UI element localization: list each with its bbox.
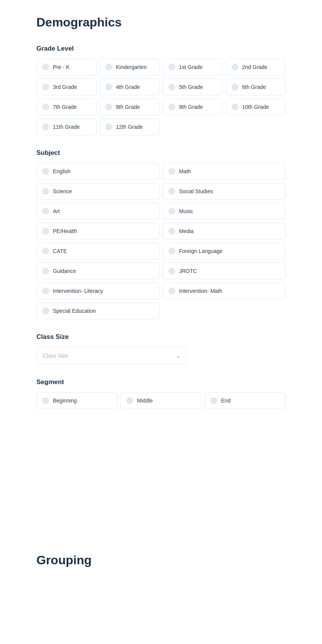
grade-option[interactable]: 1st Grade: [163, 59, 223, 76]
radio-circle: [42, 104, 49, 110]
subject-option[interactable]: Intervention- Literacy: [36, 283, 159, 299]
radio-label: CATE: [53, 248, 67, 254]
class-size-title: Class Size: [36, 333, 286, 341]
radio-circle: [105, 104, 112, 110]
radio-circle: [168, 248, 175, 255]
grade-option[interactable]: 10th Grade: [226, 99, 286, 115]
subject-option[interactable]: Math: [163, 163, 286, 180]
radio-label: 1st Grade: [179, 64, 202, 70]
radio-label: Kindergarten: [116, 64, 147, 70]
radio-label: PE/Health: [53, 228, 77, 234]
grade-option[interactable]: Kindergarten: [100, 59, 160, 76]
radio-label: 4th Grade: [116, 84, 140, 90]
grade-option[interactable]: Pre - K: [36, 59, 97, 76]
radio-label: English: [53, 168, 71, 174]
radio-circle: [232, 64, 238, 71]
segment-grid: BeginningMiddleEnd: [36, 392, 286, 409]
subject-option[interactable]: Foreign Language: [163, 243, 286, 260]
subject-option[interactable]: JROTC: [163, 263, 286, 279]
radio-circle: [42, 248, 49, 255]
radio-circle: [42, 168, 49, 175]
grade-option[interactable]: 4th Grade: [100, 79, 160, 95]
radio-label: 12th Grade: [116, 124, 143, 130]
segment-option[interactable]: Middle: [120, 392, 201, 409]
class-size-section: Class Size Class Size Small (1-15)Medium…: [36, 333, 286, 365]
radio-label: Math: [179, 168, 191, 174]
radio-circle: [168, 208, 175, 215]
grade-option[interactable]: 5th Grade: [163, 79, 223, 95]
radio-circle: [232, 84, 238, 90]
radio-circle: [168, 228, 175, 235]
radio-label: Music: [179, 208, 193, 214]
radio-circle: [42, 188, 49, 195]
radio-circle: [42, 84, 49, 90]
subject-option[interactable]: English: [36, 163, 159, 180]
radio-label: Pre - K: [53, 64, 70, 70]
subject-title: Subject: [36, 149, 286, 157]
radio-label: 11th Grade: [53, 124, 80, 130]
grade-level-section: Grade Level Pre - KKindergarten1st Grade…: [36, 45, 286, 135]
radio-label: Media: [179, 228, 194, 234]
grade-option[interactable]: 3rd Grade: [36, 79, 97, 95]
subject-option[interactable]: CATE: [36, 243, 159, 260]
radio-circle: [42, 288, 49, 294]
radio-label: Guidance: [53, 268, 76, 274]
radio-circle: [126, 397, 133, 404]
radio-label: JROTC: [179, 268, 197, 274]
subject-option[interactable]: Guidance: [36, 263, 159, 279]
radio-label: Art: [53, 208, 60, 214]
page-title: Demographics: [36, 15, 286, 30]
radio-label: Beginning: [53, 398, 77, 404]
radio-label: 3rd Grade: [53, 84, 77, 90]
subject-option[interactable]: Science: [36, 183, 159, 200]
radio-label: End: [221, 398, 231, 404]
radio-label: Social Studies: [179, 188, 213, 194]
radio-label: Special Education: [53, 308, 96, 314]
class-size-dropdown-wrapper: Class Size Small (1-15)Medium (16-25)Lar…: [36, 347, 186, 365]
subject-option[interactable]: Media: [163, 223, 286, 240]
subject-option[interactable]: Special Education: [36, 302, 159, 319]
class-size-select[interactable]: Class Size Small (1-15)Medium (16-25)Lar…: [36, 347, 186, 365]
radio-label: Intervention- Math: [179, 288, 222, 294]
subject-option[interactable]: Music: [163, 203, 286, 220]
subject-option[interactable]: PE/Health: [36, 223, 159, 240]
radio-circle: [232, 104, 238, 110]
grade-option[interactable]: 9th Grade: [163, 99, 223, 115]
subject-option[interactable]: Art: [36, 203, 159, 220]
radio-circle: [168, 64, 175, 71]
radio-label: Science: [53, 188, 72, 194]
radio-circle: [42, 64, 49, 71]
grade-option[interactable]: 11th Grade: [36, 118, 97, 135]
radio-circle: [42, 268, 49, 274]
spacer: [36, 423, 286, 530]
grade-option[interactable]: 7th Grade: [36, 99, 97, 115]
grade-option[interactable]: 12th Grade: [100, 118, 160, 135]
subject-option[interactable]: Intervention- Math: [163, 283, 286, 299]
segment-title: Segment: [36, 378, 286, 386]
radio-circle: [168, 268, 175, 274]
radio-circle: [42, 123, 49, 130]
radio-circle: [105, 123, 112, 130]
radio-label: 6th Grade: [242, 84, 266, 90]
grade-option[interactable]: 8th Grade: [100, 99, 160, 115]
radio-circle: [42, 228, 49, 235]
subject-option[interactable]: Social Studies: [163, 183, 286, 200]
grade-option[interactable]: 6th Grade: [226, 79, 286, 95]
radio-label: 2nd Grade: [242, 64, 268, 70]
radio-circle: [168, 288, 175, 294]
radio-label: 8th Grade: [116, 104, 140, 110]
radio-circle: [105, 84, 112, 90]
grade-level-grid: Pre - KKindergarten1st Grade2nd Grade3rd…: [36, 59, 286, 135]
radio-circle: [168, 104, 175, 110]
radio-label: 10th Grade: [242, 104, 269, 110]
radio-label: Intervention- Literacy: [53, 288, 103, 294]
subject-section: Subject EnglishMathScienceSocial Studies…: [36, 149, 286, 319]
segment-option[interactable]: End: [205, 392, 286, 409]
subject-grid: EnglishMathScienceSocial StudiesArtMusic…: [36, 163, 286, 319]
segment-option[interactable]: Beginning: [36, 392, 117, 409]
radio-circle: [168, 84, 175, 90]
radio-label: 9th Grade: [179, 104, 203, 110]
grade-option[interactable]: 2nd Grade: [226, 59, 286, 76]
radio-circle: [42, 307, 49, 314]
grouping-title: Grouping: [36, 553, 286, 567]
